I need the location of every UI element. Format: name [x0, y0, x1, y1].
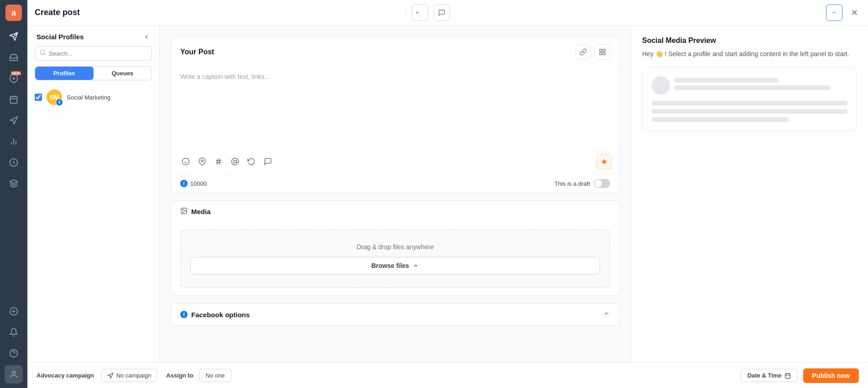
search-input[interactable]: [49, 50, 147, 57]
ai-button[interactable]: [596, 154, 612, 169]
new-badge: NEW: [11, 71, 21, 75]
media-header: Media: [171, 201, 619, 222]
nav-icon-add[interactable]: [5, 302, 23, 320]
preview-profile-row: [652, 76, 847, 94]
preview-subtitle-rest: ! Select a profile and start adding cont…: [665, 50, 849, 58]
svg-rect-5: [10, 96, 17, 103]
no-campaign-button[interactable]: No campaign: [101, 369, 157, 382]
nav-icon-analytics[interactable]: [5, 132, 23, 151]
nav-icon-new[interactable]: NEW: [5, 69, 23, 88]
media-card: Media Drag & drop files anywhere Browse …: [171, 200, 620, 296]
hashtag-button[interactable]: [211, 154, 226, 169]
media-body: Drag & drop files anywhere Browse files: [171, 222, 619, 295]
facebook-options-icon: f: [180, 311, 188, 318]
no-one-label: No one: [206, 372, 225, 379]
nav-icon-inbox[interactable]: [5, 48, 23, 67]
tab-profiles[interactable]: Profiles: [35, 67, 94, 80]
profile-item-social-marketing[interactable]: SM Social Marketing: [27, 86, 159, 109]
preview-content-line-2: [652, 109, 847, 114]
svg-line-34: [220, 158, 220, 165]
facebook-options-title: Facebook options: [191, 311, 250, 319]
svg-rect-25: [603, 52, 605, 55]
no-one-button[interactable]: No one: [199, 369, 232, 382]
advocacy-label: Advocacy campaign: [37, 372, 94, 379]
preview-subtitle: Hey 👋 ! Select a profile and start addin…: [642, 50, 857, 58]
no-campaign-label: No campaign: [116, 372, 152, 379]
link-button[interactable]: [575, 44, 591, 60]
draft-row: f 10000 This is a draft: [171, 174, 619, 193]
profiles-queues-tabs: Profiles Queues: [35, 66, 152, 80]
svg-point-27: [183, 158, 189, 165]
caption-area: [171, 67, 619, 149]
app-logo[interactable]: a: [5, 5, 22, 21]
nav-icon-layers[interactable]: [5, 174, 23, 193]
post-card-header: Your Post: [171, 37, 619, 67]
post-editor-area: Your Post: [160, 26, 631, 362]
profile-checkbox[interactable]: [35, 94, 42, 101]
social-profiles-sidebar: Social Profiles Profiles Queues SM: [27, 26, 160, 362]
preview-content-lines: [652, 101, 847, 122]
main-container: Create post ✕ Social Profiles: [27, 0, 868, 388]
browse-files-button[interactable]: Browse files: [190, 257, 600, 274]
nav-icon-calendar[interactable]: [5, 90, 23, 109]
location-button[interactable]: [195, 154, 209, 169]
drop-zone[interactable]: Drag & drop files anywhere Browse files: [180, 230, 610, 288]
nav-icon-bell[interactable]: [5, 323, 23, 341]
preview-handle-line: [675, 85, 830, 90]
facebook-char-icon: f: [180, 180, 188, 187]
media-title: Media: [191, 208, 211, 215]
sidebar-header: Social Profiles: [27, 26, 159, 46]
draft-toggle-area: This is a draft: [554, 179, 610, 188]
publish-now-button[interactable]: Publish now: [803, 368, 859, 383]
drop-text: Drag & drop files anywhere: [357, 243, 434, 251]
emoji-button[interactable]: [178, 154, 193, 169]
nav-icon-megaphone[interactable]: [5, 111, 23, 130]
facebook-options-header[interactable]: f Facebook options: [171, 304, 619, 325]
comment-button[interactable]: [434, 5, 450, 21]
svg-rect-23: [600, 49, 602, 52]
sidebar-collapse-button[interactable]: [143, 33, 150, 41]
svg-point-30: [201, 160, 204, 162]
draft-label: This is a draft: [554, 180, 590, 187]
preview-wave-emoji: 👋: [655, 50, 663, 58]
preview-card: [642, 67, 857, 131]
nav-icon-send[interactable]: [5, 27, 23, 46]
svg-marker-13: [10, 180, 18, 184]
refresh-button[interactable]: [244, 154, 259, 169]
sidebar-title: Social Profiles: [37, 33, 84, 41]
datetime-label: Date & Time: [748, 372, 782, 379]
tab-queues[interactable]: Queues: [94, 67, 152, 80]
svg-point-19: [12, 371, 16, 374]
svg-rect-26: [600, 52, 602, 55]
caption-toolbar: [171, 149, 619, 174]
nav-icon-dashboard[interactable]: [5, 153, 23, 172]
mention-button[interactable]: [228, 154, 242, 169]
assign-label: Assign to: [166, 372, 193, 379]
profile-name: Social Marketing: [67, 94, 110, 101]
media-icon: [180, 207, 188, 216]
undo-button[interactable]: [412, 5, 428, 21]
bottom-bar: Advocacy campaign No campaign Assign to …: [27, 362, 868, 388]
publish-label: Publish now: [812, 372, 850, 379]
draft-toggle[interactable]: [594, 179, 610, 188]
preview-avatar: [652, 76, 670, 94]
left-navigation: a NEW: [0, 0, 27, 388]
svg-line-33: [217, 158, 218, 165]
nav-icon-user[interactable]: [5, 365, 23, 383]
your-post-title: Your Post: [180, 48, 214, 56]
close-button[interactable]: ✕: [848, 6, 861, 19]
nav-icon-help[interactable]: [5, 344, 23, 362]
collapse-icon[interactable]: [603, 310, 610, 319]
header-divider: [406, 7, 406, 18]
caption-textarea[interactable]: [180, 73, 610, 142]
post-card-actions: [575, 44, 610, 60]
svg-point-35: [234, 160, 236, 163]
preview-content-line-3: [652, 117, 789, 122]
svg-line-22: [44, 54, 46, 55]
minimize-button[interactable]: [826, 5, 842, 21]
content-area: Social Profiles Profiles Queues SM: [27, 26, 868, 362]
speech-button[interactable]: [261, 154, 275, 169]
date-time-button[interactable]: Date & Time: [741, 369, 798, 382]
grid-button[interactable]: [595, 44, 610, 60]
facebook-options-card: f Facebook options: [171, 303, 620, 326]
